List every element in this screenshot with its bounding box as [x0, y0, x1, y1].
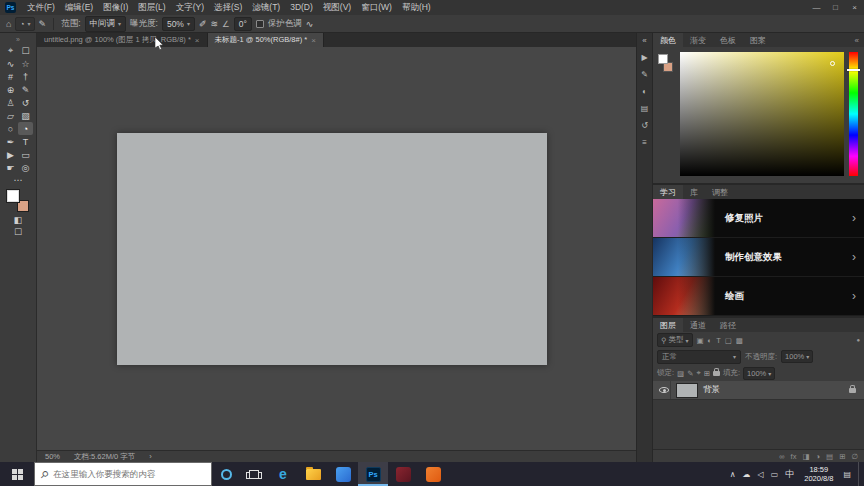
foreground-color-swatch[interactable] — [658, 54, 668, 64]
menu-view[interactable]: 视图(V) — [318, 0, 356, 15]
link-layers-icon[interactable]: ∞ — [779, 452, 784, 461]
collapse-panel-icon[interactable]: « — [850, 33, 864, 47]
hue-slider-marker[interactable] — [847, 69, 860, 71]
taskbar-app-chat[interactable] — [328, 462, 358, 486]
brush-tool[interactable]: ✎ — [18, 83, 33, 96]
home-icon[interactable]: ⌂ — [6, 19, 11, 29]
zoom-level[interactable]: 50% — [45, 452, 60, 461]
hidden-icons-chevron[interactable]: ∧ — [730, 470, 736, 479]
libraries-panel-icon[interactable]: ▤ — [641, 104, 649, 113]
tab-channels[interactable]: 通道 — [683, 318, 713, 332]
menu-image[interactable]: 图像(I) — [98, 0, 133, 15]
cortana-button[interactable] — [212, 462, 240, 486]
exposure-select[interactable]: 50% ▾ — [162, 17, 195, 31]
taskbar-app-photoshop[interactable]: Ps — [358, 462, 388, 486]
collapse-panels-icon[interactable]: « — [642, 36, 646, 45]
search-input[interactable] — [53, 469, 205, 479]
toolbar-collapse-icon[interactable]: » — [16, 35, 20, 44]
healing-brush-tool[interactable]: ⊕ — [3, 83, 18, 96]
opacity-input[interactable]: 100% ▾ — [781, 350, 813, 363]
range-select[interactable]: 中间调 ▾ — [85, 16, 127, 32]
taskbar-app-red[interactable] — [388, 462, 418, 486]
maximize-button[interactable]: □ — [826, 0, 845, 15]
layer-name[interactable]: 背景 — [703, 384, 720, 396]
brush-settings-icon[interactable]: ✎ — [39, 19, 47, 29]
zoom-tool[interactable]: ◎ — [18, 161, 33, 174]
close-icon[interactable]: × — [195, 36, 200, 45]
lock-image-pixels-icon[interactable]: ✎ — [687, 369, 693, 378]
eraser-tool[interactable]: ▱ — [3, 109, 18, 122]
blend-mode-select[interactable]: 正常 ▾ — [657, 350, 741, 364]
adjustment-layer-icon[interactable]: ◑ — [816, 452, 821, 461]
taskbar-app-edge[interactable]: e — [268, 462, 298, 486]
tutorial-repair-photos[interactable]: 修复照片 › — [653, 199, 864, 238]
hue-slider[interactable] — [849, 52, 858, 176]
start-button[interactable] — [0, 462, 34, 486]
tab-patterns[interactable]: 图案 — [743, 33, 773, 47]
history-panel-icon[interactable]: ↺ — [641, 121, 648, 130]
fill-input[interactable]: 100% ▾ — [743, 367, 775, 380]
tab-paths[interactable]: 路径 — [713, 318, 743, 332]
pen-pressure-icon[interactable]: ✐ — [199, 19, 207, 29]
taskbar-clock[interactable]: 18:59 2020/8/8 — [801, 465, 836, 483]
hand-tool[interactable]: ☛ — [3, 161, 18, 174]
brush-settings-panel-icon[interactable]: ✎ — [641, 70, 648, 79]
show-desktop-button[interactable] — [858, 462, 862, 486]
marquee-tool[interactable]: ☐ — [18, 44, 33, 57]
lock-transparent-pixels-icon[interactable]: ▨ — [677, 369, 684, 378]
menu-filter[interactable]: 滤镜(T) — [247, 0, 285, 15]
photoshop-logo-icon[interactable]: Ps — [5, 2, 16, 13]
edit-toolbar-icon[interactable]: ⋯ — [14, 174, 23, 186]
tab-adjustments[interactable]: 调整 — [705, 185, 735, 199]
canvas[interactable] — [117, 133, 547, 365]
tutorial-creative-effects[interactable]: 制作创意效果 › — [653, 238, 864, 277]
close-icon[interactable]: × — [311, 36, 316, 45]
new-group-icon[interactable]: ▤ — [826, 452, 833, 461]
clone-stamp-tool[interactable]: ♙ — [3, 96, 18, 109]
blur-tool[interactable]: ○ — [3, 122, 18, 135]
smoothing-icon[interactable]: ∿ — [306, 19, 314, 29]
pen-tool[interactable]: ✒ — [3, 135, 18, 148]
protect-tones-checkbox[interactable] — [256, 20, 264, 28]
task-view-button[interactable] — [240, 462, 268, 486]
ime-indicator[interactable]: 中 — [785, 468, 794, 481]
filter-pixel-layers-icon[interactable]: ▣ — [697, 336, 704, 345]
tab-learn[interactable]: 学习 — [653, 185, 683, 199]
tool-preset-picker[interactable]: ◔ ▾ — [15, 17, 34, 31]
layer-thumbnail[interactable] — [676, 383, 698, 398]
menu-type[interactable]: 文字(Y) — [171, 0, 209, 15]
menu-window[interactable]: 窗口(W) — [356, 0, 397, 15]
status-expand-icon[interactable]: › — [149, 452, 152, 461]
layer-visibility-toggle[interactable] — [658, 381, 671, 399]
layer-filter-type-select[interactable]: ⚲ 类型 ▾ — [657, 333, 693, 347]
magic-wand-tool[interactable]: ☆ — [18, 57, 33, 70]
dodge-tool[interactable]: ◔ — [18, 122, 33, 135]
volume-icon[interactable]: ◁ — [758, 470, 764, 479]
quick-mask-icon[interactable]: ◧ — [14, 214, 23, 226]
gradient-tool[interactable]: ▧ — [18, 109, 33, 122]
filter-smart-objects-icon[interactable]: ▩ — [736, 336, 743, 345]
brush-angle-input[interactable]: 0° — [234, 17, 252, 31]
shape-tool[interactable]: ▭ — [18, 148, 33, 161]
history-brush-tool[interactable]: ↺ — [18, 96, 33, 109]
menu-3d[interactable]: 3D(D) — [285, 0, 318, 15]
filter-toggle-icon[interactable]: ● — [856, 337, 860, 343]
color-picker-marker[interactable] — [830, 61, 835, 66]
lock-position-icon[interactable]: ⌖ — [696, 368, 700, 378]
lock-artboard-icon[interactable]: ⊞ — [704, 369, 710, 378]
filter-adjustment-layers-icon[interactable]: ◐ — [708, 336, 713, 345]
lasso-tool[interactable]: ∿ — [3, 57, 18, 70]
tab-layers[interactable]: 图层 — [653, 318, 683, 332]
new-layer-icon[interactable]: ⊞ — [839, 452, 845, 461]
eyedropper-tool[interactable]: † — [18, 70, 33, 83]
type-tool[interactable]: T — [18, 135, 33, 148]
menu-file[interactable]: 文件(F) — [22, 0, 60, 15]
tutorial-painting[interactable]: 绘画 › — [653, 277, 864, 316]
screen-mode-icon[interactable]: ☐ — [14, 226, 22, 238]
minimize-button[interactable]: — — [807, 0, 826, 15]
crop-tool[interactable]: # — [3, 70, 18, 83]
layer-effects-icon[interactable]: fx — [791, 452, 797, 461]
delete-layer-icon[interactable]: ∅ — [851, 452, 858, 461]
properties-panel-icon[interactable]: ≡ — [642, 138, 647, 147]
adjustments-panel-icon[interactable]: ◐ — [642, 87, 647, 96]
